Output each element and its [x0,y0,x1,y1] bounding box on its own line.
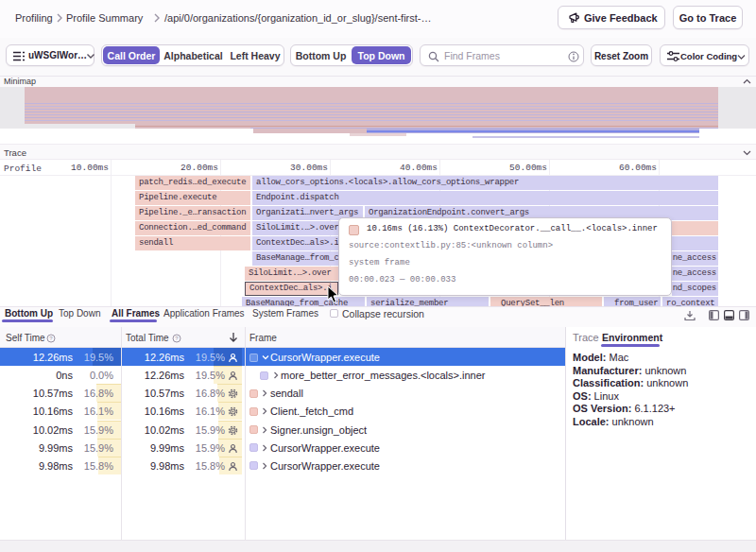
svg-text:?: ? [175,336,179,341]
svg-text:?: ? [49,336,53,341]
